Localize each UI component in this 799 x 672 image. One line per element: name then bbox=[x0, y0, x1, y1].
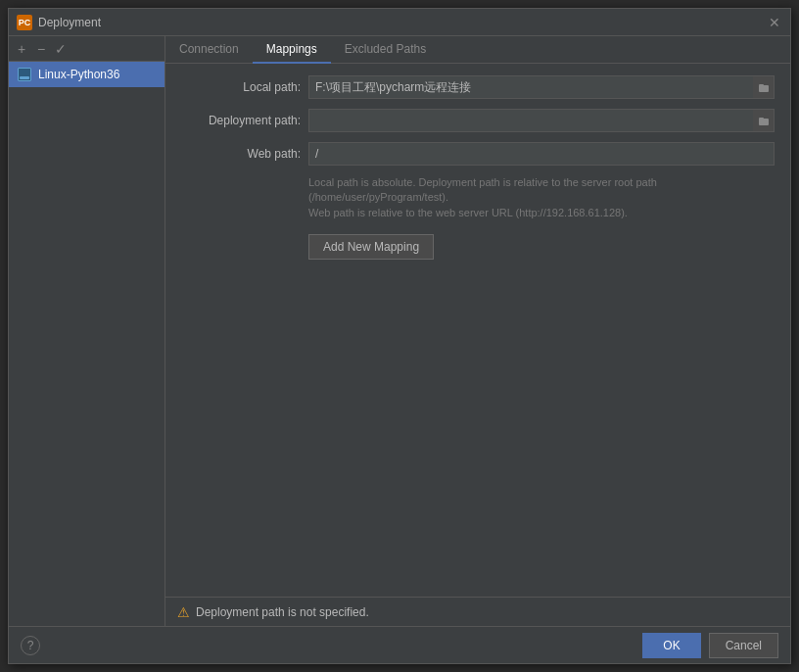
tab-connection[interactable]: Connection bbox=[165, 36, 253, 64]
add-server-button[interactable]: + bbox=[13, 40, 30, 58]
cancel-button[interactable]: Cancel bbox=[709, 633, 778, 658]
web-path-row: Web path: bbox=[181, 142, 775, 166]
web-path-input[interactable] bbox=[308, 142, 775, 166]
form-area: Local path: Deployment path: bbox=[165, 64, 790, 597]
ok-button[interactable]: OK bbox=[642, 633, 700, 658]
folder-icon bbox=[759, 116, 769, 125]
sidebar-item-label: Linux-Python36 bbox=[38, 68, 119, 81]
tab-excluded-paths[interactable]: Excluded Paths bbox=[331, 36, 440, 64]
server-icon bbox=[17, 67, 32, 82]
warning-icon: ⚠ bbox=[177, 604, 190, 620]
remove-server-button[interactable]: − bbox=[32, 40, 50, 58]
deployment-path-row: Deployment path: bbox=[181, 109, 775, 132]
right-panel: Connection Mappings Excluded Paths Local… bbox=[165, 36, 790, 626]
local-path-label: Local path: bbox=[181, 80, 308, 94]
app-icon: PC bbox=[17, 15, 32, 30]
status-bar: ⚠ Deployment path is not specified. bbox=[165, 597, 790, 626]
svg-rect-3 bbox=[759, 118, 764, 120]
svg-rect-1 bbox=[759, 84, 764, 86]
folder-icon bbox=[759, 82, 769, 92]
help-button[interactable]: ? bbox=[21, 636, 40, 655]
svg-rect-0 bbox=[759, 85, 769, 92]
deployment-path-label: Deployment path: bbox=[181, 114, 308, 127]
local-path-input[interactable] bbox=[308, 75, 775, 99]
deployment-path-browse-button[interactable] bbox=[753, 109, 775, 132]
title-bar-left: PC Deployment bbox=[17, 15, 101, 30]
tab-mappings[interactable]: Mappings bbox=[253, 36, 331, 64]
web-path-input-wrap bbox=[308, 142, 775, 166]
title-bar: PC Deployment ✕ bbox=[9, 9, 790, 36]
local-path-browse-button[interactable] bbox=[753, 75, 775, 99]
sidebar-toolbar: + − ✓ bbox=[9, 36, 164, 62]
deployment-path-input-wrap bbox=[308, 109, 775, 132]
check-button[interactable]: ✓ bbox=[52, 40, 70, 58]
help-text: Local path is absolute. Deployment path … bbox=[181, 175, 775, 220]
sidebar: + − ✓ Linux-Python36 bbox=[9, 36, 165, 626]
dialog-title: Deployment bbox=[38, 16, 101, 29]
deployment-dialog: PC Deployment ✕ + − ✓ Linux-Python36 C bbox=[8, 8, 791, 664]
tabs: Connection Mappings Excluded Paths bbox=[165, 36, 790, 64]
close-button[interactable]: ✕ bbox=[767, 15, 782, 30]
add-mapping-button[interactable]: Add New Mapping bbox=[308, 234, 434, 260]
web-path-label: Web path: bbox=[181, 147, 308, 161]
button-bar: ? OK Cancel bbox=[9, 626, 790, 663]
svg-rect-2 bbox=[759, 119, 769, 125]
deployment-path-input[interactable] bbox=[308, 109, 775, 132]
local-path-input-wrap bbox=[308, 75, 775, 99]
sidebar-item-linux-python36[interactable]: Linux-Python36 bbox=[9, 62, 164, 87]
status-message: Deployment path is not specified. bbox=[196, 605, 369, 619]
main-content: + − ✓ Linux-Python36 Connection Mappings… bbox=[9, 36, 790, 626]
local-path-row: Local path: bbox=[181, 75, 775, 99]
